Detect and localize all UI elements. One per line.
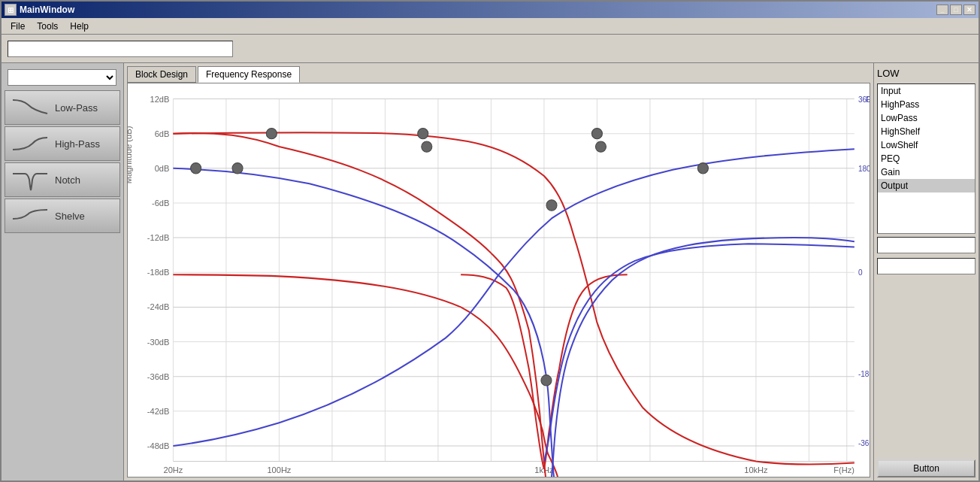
low-pass-label: Low-Pass	[55, 102, 98, 114]
menu-tools[interactable]: Tools	[31, 20, 64, 33]
svg-point-58	[697, 163, 708, 174]
svg-text:F(Hz): F(Hz)	[833, 465, 854, 474]
menu-file[interactable]: File	[5, 20, 31, 33]
tabs: Block Design Frequency Response	[124, 63, 873, 83]
svg-text:-360: -360	[858, 439, 870, 447]
right-panel-title: LOW	[877, 66, 975, 80]
list-item[interactable]: Input	[878, 84, 975, 98]
svg-text:180: 180	[858, 165, 870, 173]
svg-point-50	[191, 163, 201, 174]
content-area: Low-Pass High-Pass Notch	[2, 63, 978, 480]
svg-text:20Hz: 20Hz	[164, 465, 183, 474]
svg-text:Magnitude (dB): Magnitude (dB)	[128, 126, 133, 183]
filter-btn-low-pass[interactable]: Low-Pass	[5, 90, 120, 125]
svg-point-52	[266, 128, 277, 138]
list-item[interactable]: PEQ	[878, 152, 975, 165]
list-item[interactable]: HighPass	[878, 98, 975, 111]
shelve-label: Shelve	[55, 211, 85, 222]
svg-text:-12dB: -12dB	[147, 233, 170, 242]
close-button[interactable]: ✕	[963, 5, 975, 15]
minimize-button[interactable]: _	[936, 5, 948, 15]
notch-icon	[11, 166, 49, 193]
title-bar-controls[interactable]: _ □ ✕	[936, 5, 975, 15]
svg-point-54	[422, 141, 432, 152]
left-panel: Low-Pass High-Pass Notch	[2, 63, 124, 480]
svg-text:-24dB: -24dB	[147, 302, 170, 311]
svg-text:-6dB: -6dB	[152, 199, 169, 208]
main-window: ⊞ MainWindow _ □ ✕ File Tools Help	[0, 0, 980, 482]
svg-text:360: 360	[858, 95, 870, 104]
low-pass-icon	[11, 94, 49, 121]
high-pass-label: High-Pass	[55, 138, 100, 150]
title-bar-left: ⊞ MainWindow	[5, 4, 74, 16]
svg-text:10kHz: 10kHz	[744, 465, 768, 474]
menu-help[interactable]: Help	[64, 20, 95, 33]
toolbar-input[interactable]	[8, 41, 233, 57]
svg-text:0: 0	[858, 268, 863, 277]
filter-btn-high-pass[interactable]: High-Pass	[5, 126, 120, 161]
svg-text:-18dB: -18dB	[147, 268, 170, 277]
right-input-1[interactable]	[877, 237, 975, 253]
right-list: InputHighPassLowPassHighShelfLowShelfPEQ…	[877, 83, 975, 234]
svg-point-55	[591, 128, 602, 138]
tab-block-design[interactable]: Block Design	[127, 66, 196, 83]
svg-text:-36dB: -36dB	[147, 372, 170, 381]
list-item[interactable]: LowPass	[878, 111, 975, 125]
shelve-icon	[11, 202, 49, 229]
svg-point-56	[595, 141, 606, 152]
frequency-chart: 12dB 6dB 0dB -6dB -12dB -18dB -24dB -30d…	[128, 83, 870, 477]
list-item[interactable]: Output	[878, 179, 975, 192]
combo-row	[5, 66, 120, 89]
window-title: MainWindow	[20, 5, 74, 15]
filter-btn-shelve[interactable]: Shelve	[5, 199, 120, 233]
title-bar: ⊞ MainWindow _ □ ✕	[2, 2, 978, 18]
svg-point-53	[418, 128, 428, 138]
toolbar	[2, 35, 978, 63]
filter-combo[interactable]	[8, 69, 116, 86]
svg-point-59	[541, 375, 552, 386]
right-input-2[interactable]	[877, 258, 975, 274]
svg-text:-42dB: -42dB	[147, 407, 170, 416]
right-button[interactable]: Button	[877, 459, 975, 477]
svg-text:12dB: 12dB	[150, 95, 170, 104]
svg-text:-48dB: -48dB	[147, 441, 170, 450]
svg-text:6dB: 6dB	[155, 129, 170, 138]
svg-point-51	[232, 163, 243, 174]
svg-text:100Hz: 100Hz	[267, 465, 291, 474]
svg-point-57	[546, 200, 557, 211]
toolbar-area	[8, 41, 972, 57]
list-item[interactable]: Gain	[878, 165, 975, 179]
list-item[interactable]: HighShelf	[878, 125, 975, 138]
notch-label: Notch	[55, 174, 80, 186]
tab-frequency-response[interactable]: Frequency Response	[198, 66, 300, 83]
high-pass-icon	[11, 130, 49, 157]
tab-content: 12dB 6dB 0dB -6dB -12dB -18dB -24dB -30d…	[127, 83, 870, 477]
list-item[interactable]: LowShelf	[878, 138, 975, 152]
right-panel: LOW InputHighPassLowPassHighShelfLowShel…	[873, 63, 978, 480]
chart-container: 12dB 6dB 0dB -6dB -12dB -18dB -24dB -30d…	[128, 83, 870, 477]
svg-text:0dB: 0dB	[155, 164, 170, 173]
menu-bar: File Tools Help	[2, 18, 978, 35]
svg-rect-0	[128, 83, 870, 477]
maximize-button[interactable]: □	[950, 5, 962, 15]
center-area: Block Design Frequency Response	[124, 63, 873, 480]
svg-text:-180: -180	[858, 370, 870, 378]
filter-btn-notch[interactable]: Notch	[5, 162, 120, 197]
app-icon: ⊞	[5, 4, 17, 16]
svg-text:-30dB: -30dB	[147, 338, 170, 347]
